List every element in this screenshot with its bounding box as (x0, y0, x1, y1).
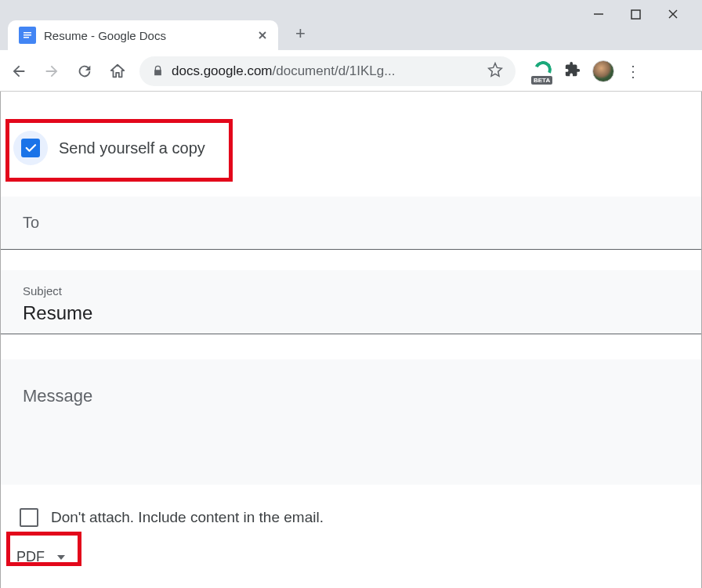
to-field[interactable]: To (1, 197, 701, 250)
subject-field[interactable]: Subject Resume (1, 270, 701, 334)
extensions-icon[interactable] (564, 61, 581, 81)
browser-chrome: Resume - Google Docs + docs.google.com/d… (0, 0, 702, 92)
message-label: Message (23, 386, 679, 406)
back-button[interactable] (8, 60, 30, 82)
maximize-icon[interactable] (631, 9, 641, 20)
lock-icon (152, 65, 164, 77)
svg-rect-5 (24, 34, 31, 36)
window-controls (0, 0, 702, 20)
browser-toolbar: docs.google.com/document/d/1IKLg... BETA… (0, 50, 702, 91)
email-dialog: Send yourself a copy To Subject Resume M… (0, 92, 702, 588)
browser-tab[interactable]: Resume - Google Docs (8, 20, 278, 50)
format-label: PDF (16, 549, 45, 565)
new-tab-button[interactable]: + (295, 23, 306, 44)
star-icon[interactable] (487, 62, 503, 81)
docs-favicon-icon (19, 27, 36, 44)
close-icon[interactable] (668, 9, 678, 20)
browser-menu-icon[interactable]: ⋮ (625, 62, 641, 81)
forward-button[interactable] (41, 60, 63, 82)
home-button[interactable] (107, 60, 128, 82)
send-copy-row[interactable]: Send yourself a copy (1, 92, 701, 197)
dont-attach-label: Don't attach. Include content in the ema… (51, 509, 324, 526)
url-text: docs.google.com/document/d/1IKLg... (172, 63, 395, 79)
profile-avatar[interactable] (592, 60, 614, 82)
send-copy-checkbox-wrap (13, 131, 48, 165)
tab-strip: Resume - Google Docs + (0, 20, 702, 50)
subject-label: Subject (23, 284, 679, 298)
dont-attach-checkbox[interactable] (20, 508, 38, 527)
message-field[interactable]: Message (1, 359, 701, 485)
subject-value: Resume (23, 302, 679, 324)
reload-button[interactable] (74, 60, 96, 82)
chevron-down-icon (57, 555, 65, 560)
tab-title: Resume - Google Docs (44, 29, 250, 42)
tab-close-icon[interactable] (258, 29, 267, 42)
format-dropdown[interactable]: PDF (1, 541, 701, 581)
svg-rect-1 (631, 10, 640, 19)
send-copy-checkbox[interactable] (21, 139, 40, 157)
send-copy-label: Send yourself a copy (59, 139, 205, 157)
svg-rect-6 (24, 37, 29, 38)
minimize-icon[interactable] (593, 9, 604, 20)
svg-rect-4 (24, 32, 31, 34)
extension-beta-icon[interactable]: BETA (533, 61, 553, 81)
address-bar[interactable]: docs.google.com/document/d/1IKLg... (139, 56, 516, 86)
check-icon (24, 141, 38, 155)
extension-area: BETA ⋮ (533, 60, 641, 82)
to-label: To (23, 214, 679, 232)
dont-attach-row[interactable]: Don't attach. Include content in the ema… (1, 485, 701, 541)
